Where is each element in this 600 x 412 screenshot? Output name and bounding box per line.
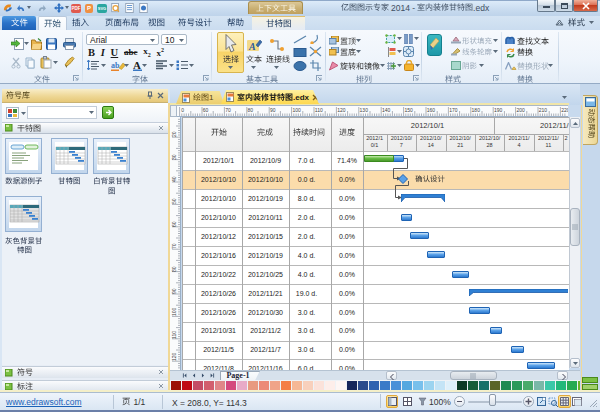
svg-text:90: 90 — [270, 107, 276, 113]
svg-text:100: 100 — [171, 307, 177, 316]
svg-text:180: 180 — [472, 107, 481, 113]
svg-text:210: 210 — [539, 107, 548, 113]
svg-text:160: 160 — [427, 107, 436, 113]
svg-text:40: 40 — [171, 176, 177, 182]
svg-text:220: 220 — [561, 107, 568, 113]
svg-text:0: 0 — [181, 107, 184, 113]
svg-text:140: 140 — [382, 107, 391, 113]
svg-text:A: A — [248, 41, 256, 52]
svg-text:200: 200 — [516, 107, 525, 113]
svg-text:110: 110 — [171, 331, 177, 339]
svg-text:60: 60 — [171, 221, 177, 227]
svg-text:60: 60 — [203, 107, 209, 113]
svg-text:80: 80 — [248, 107, 254, 113]
svg-text:20: 20 — [171, 131, 177, 137]
svg-text:110: 110 — [315, 107, 323, 113]
svg-text:130: 130 — [360, 107, 369, 113]
svg-text:120: 120 — [337, 107, 346, 113]
svg-text:90: 90 — [171, 288, 177, 294]
svg-text:A: A — [133, 59, 141, 71]
svg-text:120: 120 — [171, 352, 177, 361]
svg-text:170: 170 — [449, 107, 458, 113]
svg-text:80: 80 — [171, 266, 177, 272]
svg-text:70: 70 — [171, 243, 177, 249]
svg-text:100: 100 — [292, 107, 301, 113]
svg-text:30: 30 — [171, 154, 177, 160]
svg-text:50: 50 — [171, 198, 177, 204]
svg-text:150: 150 — [404, 107, 413, 113]
svg-text:190: 190 — [494, 107, 503, 113]
svg-text:ab: ab — [111, 61, 120, 70]
svg-text:70: 70 — [225, 107, 231, 113]
